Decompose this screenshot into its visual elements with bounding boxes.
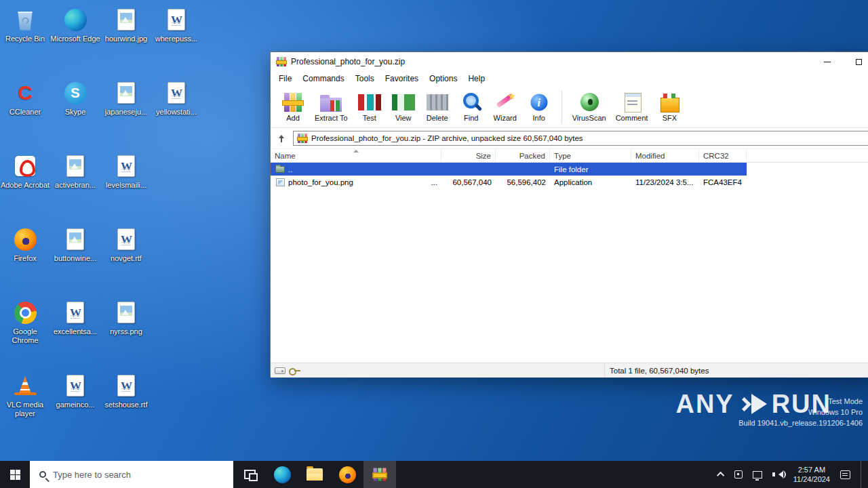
toolbar-info-button[interactable]: Info [522,90,556,123]
desktop-icon-wherepuss[interactable]: Wwherepuss... [151,7,202,43]
taskbar-edge[interactable] [266,461,298,488]
toolbar-find-button[interactable]: Find [454,90,488,123]
maximize-icon [856,59,862,65]
desktop-icon-google-chrome[interactable]: Google Chrome [0,300,51,345]
task-view-button[interactable] [233,461,266,488]
desktop-icon-levelsmaili[interactable]: Wlevelsmaili... [100,153,152,190]
clock-date: 11/24/2024 [793,474,830,484]
word-icon: W [100,373,152,399]
desktop-icon-recycle-bin[interactable]: Recycle Bin [0,7,51,43]
toolbar-label: Info [533,114,545,122]
desktop-icon-microsoft-edge[interactable]: Microsoft Edge [50,7,101,43]
file-name-truncation: ... [429,178,437,186]
menu-options[interactable]: Options [424,72,462,85]
desktop-icon-setshouse[interactable]: Wsetshouse.rtf [100,373,152,409]
file-row-1[interactable]: photo_for_you.png...60,567,04056,596,402… [271,176,747,188]
toolbar-label: SFX [663,114,677,122]
column-type[interactable]: Type [550,149,631,163]
minimize-button[interactable] [812,52,843,71]
show-desktop-button[interactable] [861,461,864,488]
word-icon: W [151,7,202,33]
up-button[interactable] [273,131,290,146]
column-packed[interactable]: Packed [496,149,550,163]
menu-tools[interactable]: Tools [350,72,380,85]
desktop-icon-activebran[interactable]: activebran... [50,153,101,190]
folder-up-icon [275,166,285,173]
test-icon [357,92,382,113]
taskbar-search[interactable]: Type here to search [30,461,233,488]
search-icon [39,471,46,478]
desktop-icon-label: Skype [50,108,101,117]
cell-size: 60,567,040 [441,176,496,188]
menu-help[interactable]: Help [462,72,490,85]
taskbar: Type here to search 2:57 AM 11/24/2024 [0,461,868,488]
network-icon[interactable] [753,471,762,479]
desktop-icon-nyrss[interactable]: nyrss.png [100,300,152,336]
tray-expand-icon[interactable] [717,472,724,479]
toolbar-test-button[interactable]: Test [353,90,387,123]
desktop-icon-japaneseju[interactable]: japaneseju... [100,80,152,117]
column-modified[interactable]: Modified [631,149,699,163]
desktop-icon-vlc[interactable]: VLC media player [0,373,51,418]
desktop-icon-ccleaner[interactable]: CCCleaner [0,80,51,117]
column-headers: NameSizePackedTypeModifiedCRC32 [271,149,868,163]
toolbar-comment-button[interactable]: Comment [611,90,653,123]
word-icon: W [151,80,202,106]
desktop-icon-excellentsa[interactable]: Wexcellentsa... [50,300,101,336]
desktop-icon-label: wherepuss... [151,35,202,43]
toolbar-delete-button[interactable]: Delete [420,90,454,123]
start-button[interactable] [0,461,30,488]
cell-crc: FCA43EF4 [699,176,747,188]
menu-file[interactable]: File [273,72,297,85]
volume-icon[interactable] [775,471,783,478]
search-placeholder: Type here to search [53,470,131,480]
watermark-test-mode: Test Mode [738,396,863,407]
desktop-icon-skype[interactable]: SSkype [50,80,101,117]
column-crc32[interactable]: CRC32 [699,149,747,163]
address-bar: Professional_photo_for_you.zip - ZIP arc… [271,128,868,148]
maximize-button[interactable] [843,52,868,71]
menu-commands[interactable]: Commands [297,72,349,85]
menu-favorites[interactable]: Favorites [380,72,424,85]
file-list: NameSizePackedTypeModifiedCRC32 ..File f… [271,148,868,363]
tray-app-icon[interactable] [734,470,743,479]
address-combo[interactable]: Professional_photo_for_you.zip - ZIP arc… [293,131,868,146]
column-filler [747,149,868,163]
toolbar-sfx-button[interactable]: SFX [652,90,686,123]
taskbar-winrar[interactable] [363,461,396,488]
desktop-icon-hourwind[interactable]: hourwind.jpg [100,7,152,43]
desktop-icon-novget[interactable]: Wnovget.rtf [100,226,152,263]
taskbar-clock[interactable]: 2:57 AM 11/24/2024 [793,465,830,484]
clock-time: 2:57 AM [798,465,825,474]
desktop-icon-label: novget.rtf [100,254,152,263]
taskbar-firefox[interactable] [331,461,363,488]
toolbar-wizard-button[interactable]: Wizard [488,90,522,123]
desktop-icon-buttonwine[interactable]: buttonwine... [50,226,101,263]
find-icon [459,92,484,113]
taskbar-explorer[interactable] [298,461,331,488]
column-name[interactable]: Name [271,149,441,163]
image-icon [50,153,101,179]
desktop-icon-label: nyrss.png [100,327,152,336]
desktop-icon-firefox[interactable]: Firefox [0,226,51,263]
desktop-icon-yellowstati[interactable]: Wyellowstati... [151,80,202,117]
cell-modified: 11/23/2024 3:5... [631,176,699,188]
file-row-parent[interactable]: ..File folder [271,163,747,176]
toolbar-separator [561,90,562,124]
menu-bar: FileCommandsToolsFavoritesOptionsHelp [271,71,868,86]
toolbar-label: VirusScan [572,114,606,122]
word-icon: W [100,226,152,252]
column-size[interactable]: Size [441,149,496,163]
toolbar-add-button[interactable]: Add [276,90,310,123]
toolbar-virusscan-button[interactable]: VirusScan [568,90,611,123]
desktop-icon-adobe-acrobat[interactable]: Adobe Acrobat [0,153,51,190]
toolbar-extract-button[interactable]: Extract To [310,90,353,123]
file-name: .. [288,165,292,174]
edge-icon [50,7,101,33]
key-icon [289,367,301,375]
desktop-icon-label: activebran... [50,181,101,190]
action-center-icon[interactable] [840,470,850,479]
toolbar-view-button[interactable]: View [387,90,420,123]
skype-icon: S [50,80,101,106]
desktop-icon-gameinco[interactable]: Wgameinco... [50,373,101,409]
